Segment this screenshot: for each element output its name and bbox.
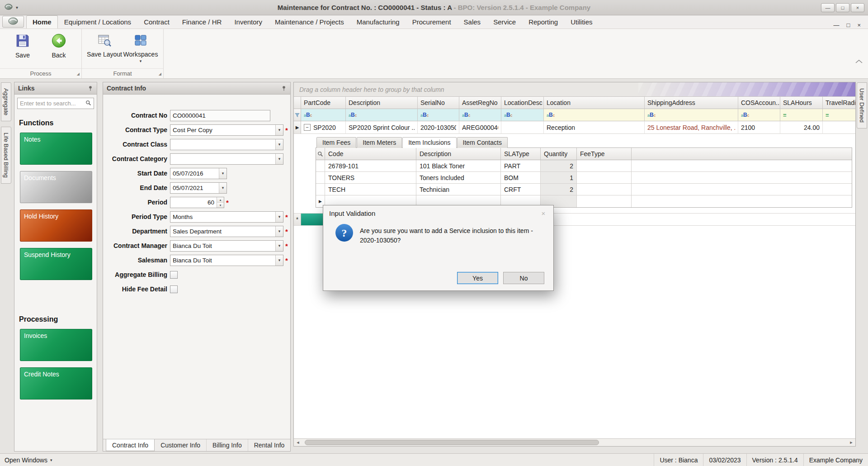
menu-tab-home[interactable]: Home xyxy=(26,15,58,29)
scroll-left-arrow-icon[interactable]: ◄ xyxy=(294,439,302,446)
column-header-partcode[interactable]: PartCode xyxy=(301,97,346,109)
ribbon-collapse-icon[interactable] xyxy=(855,57,863,65)
detail-row[interactable]: TONERSToners IncludedBOM1 xyxy=(316,172,852,184)
filter-cell-slahours[interactable]: = xyxy=(780,109,823,121)
detail-tab-item-meters[interactable]: Item Meters xyxy=(357,137,402,148)
detail-column-feetype[interactable]: FeeType xyxy=(577,148,632,160)
detail-column-description[interactable]: Description xyxy=(416,148,501,160)
collapse-row-icon[interactable]: − xyxy=(304,124,311,131)
filter-cell-description[interactable]: aBc xyxy=(346,109,418,121)
detail-row[interactable]: 26789-101101 Black TonerPART2 xyxy=(316,160,852,172)
quick-access-caret-icon[interactable]: ▾ xyxy=(16,5,18,10)
dropdown-arrow-icon[interactable]: ▾ xyxy=(275,241,283,251)
field-contract-class[interactable]: ▾ xyxy=(170,139,283,150)
contract-tab-contract-info[interactable]: Contract Info xyxy=(106,439,155,451)
column-header-assetregno[interactable]: AssetRegNo xyxy=(459,97,501,109)
menu-tab-equipment-locations[interactable]: Equipment / Locations xyxy=(58,15,137,29)
search-input[interactable] xyxy=(20,100,85,107)
filter-cell-serialno[interactable]: aBc xyxy=(418,109,459,121)
field-period[interactable]: 60▴▾ xyxy=(170,197,224,208)
link-button-invoices[interactable]: Invoices xyxy=(20,329,92,361)
cell-slahours[interactable]: 24.00 xyxy=(780,121,823,134)
dropdown-arrow-icon[interactable]: ▾ xyxy=(275,154,283,164)
cell-cosaccoun[interactable]: 2100 xyxy=(738,121,780,134)
column-header-locationdesc[interactable]: LocationDesc xyxy=(501,97,544,109)
link-button-notes[interactable]: Notes xyxy=(20,133,92,165)
cell-partcode[interactable]: −SP2020 xyxy=(301,121,346,134)
filter-cell-travelradiu[interactable]: = xyxy=(823,109,855,121)
dock-tab-aggregate[interactable]: Aggregate xyxy=(1,82,11,121)
pin-icon[interactable] xyxy=(88,86,93,91)
cell-assetregno[interactable]: AREG000046 xyxy=(459,121,501,134)
menu-tab-sales[interactable]: Sales xyxy=(458,15,487,29)
detail-tab-item-inclusions[interactable]: Item Inclusions xyxy=(402,137,456,148)
link-button-credit-notes[interactable]: Credit Notes xyxy=(20,367,92,399)
menu-tab-inventory[interactable]: Inventory xyxy=(228,15,269,29)
application-button[interactable] xyxy=(2,16,24,28)
field-end-date[interactable]: 05/07/2021▾ xyxy=(170,182,227,194)
dropdown-arrow-icon[interactable]: ▾ xyxy=(275,125,283,135)
detail-column-quantity[interactable]: Quantity xyxy=(541,148,577,160)
dropdown-arrow-icon[interactable]: ▾ xyxy=(275,139,283,150)
save-layout-button[interactable]: Save Layout xyxy=(86,31,123,67)
workspaces-button[interactable]: Workspaces ▾ xyxy=(123,31,159,67)
field-period-type[interactable]: Months▾ xyxy=(170,211,283,223)
menu-tab-finance-hr[interactable]: Finance / HR xyxy=(176,15,228,29)
contract-tab-billing-info[interactable]: Billing Info xyxy=(207,439,248,451)
cell-description[interactable]: SP2020 Sprint Colour ... xyxy=(346,121,418,134)
dropdown-arrow-icon[interactable]: ▾ xyxy=(275,255,283,266)
spin-up-icon[interactable]: ▴ xyxy=(217,197,224,203)
detail-row[interactable]: TECHTechnicianCRFT2 xyxy=(316,184,852,195)
column-header-shippingaddress[interactable]: ShippingAddress xyxy=(645,97,738,109)
link-button-hold-history[interactable]: Hold History xyxy=(20,209,92,242)
menu-tab-reporting[interactable]: Reporting xyxy=(522,15,564,29)
cell-serialno[interactable]: 2020-103050 xyxy=(418,121,459,134)
maximize-button[interactable]: □ xyxy=(836,3,849,12)
mdi-restore-button[interactable]: □ xyxy=(847,22,850,29)
detail-tab-item-fees[interactable]: Item Fees xyxy=(316,137,356,148)
field-contract-no[interactable]: CO0000041 xyxy=(170,110,270,121)
yes-button[interactable]: Yes xyxy=(457,272,498,284)
menu-tab-service[interactable]: Service xyxy=(487,15,522,29)
cell-shippingaddress[interactable]: 25 Lonestar Road, Ranchville, ... xyxy=(645,121,738,134)
mdi-minimize-button[interactable]: — xyxy=(834,22,840,29)
save-button[interactable]: Save xyxy=(5,31,41,67)
link-button-documents[interactable]: Documents xyxy=(20,171,92,203)
no-button[interactable]: No xyxy=(503,272,544,284)
dialog-titlebar[interactable]: Input Validation × xyxy=(323,205,553,221)
detail-column-code[interactable]: Code xyxy=(325,148,416,160)
mdi-close-button[interactable]: × xyxy=(857,22,861,29)
column-header-slahours[interactable]: SLAHours xyxy=(780,97,823,109)
field-salesman[interactable]: Bianca Du Toit▾ xyxy=(170,255,283,266)
field-contract-manager[interactable]: Bianca Du Toit▾ xyxy=(170,240,283,252)
spinner-buttons[interactable]: ▴▾ xyxy=(217,197,224,208)
detail-tab-item-contacts[interactable]: Item Contacts xyxy=(457,137,508,148)
cell-locationdesc[interactable] xyxy=(501,121,544,134)
filter-cell-cosaccoun[interactable]: aBc xyxy=(738,109,780,121)
field-start-date[interactable]: 05/07/2016▾ xyxy=(170,168,227,179)
field-contract-category[interactable]: ▾ xyxy=(170,153,283,165)
menu-tab-contract[interactable]: Contract xyxy=(137,15,176,29)
dropdown-arrow-icon[interactable]: ▾ xyxy=(275,226,283,237)
dock-tab-user-defined[interactable]: User Defined xyxy=(857,82,867,128)
contract-tab-rental-info[interactable]: Rental Info xyxy=(248,439,291,451)
scrollbar-thumb[interactable] xyxy=(305,440,599,445)
search-icon[interactable] xyxy=(85,100,91,107)
cell-travelradiu[interactable] xyxy=(823,121,855,134)
horizontal-scrollbar[interactable]: ◄ ► xyxy=(294,438,855,446)
detail-column-slatype[interactable]: SLAType xyxy=(501,148,541,160)
back-button[interactable]: Back xyxy=(41,31,77,67)
column-header-description[interactable]: Description xyxy=(346,97,418,109)
filter-cell-shippingaddress[interactable]: aBc xyxy=(645,109,738,121)
spin-down-icon[interactable]: ▾ xyxy=(217,203,224,208)
field-aggregate-billing[interactable] xyxy=(170,271,178,279)
filter-cell-assetregno[interactable]: aBc xyxy=(459,109,501,121)
group-by-bar[interactable]: Drag a column header here to group by th… xyxy=(294,82,855,97)
detail-search-icon[interactable] xyxy=(316,148,325,160)
menu-tab-maintenance-projects[interactable]: Maintenance / Projects xyxy=(269,15,350,29)
cell-location[interactable]: Reception xyxy=(544,121,645,134)
field-hide-fee-detail[interactable] xyxy=(170,285,178,293)
open-windows-button[interactable]: Open Windows ▾ xyxy=(0,456,52,464)
column-header-travelradiu[interactable]: TravelRadiu... xyxy=(823,97,855,109)
field-contract-type[interactable]: Cost Per Copy▾ xyxy=(170,124,283,136)
